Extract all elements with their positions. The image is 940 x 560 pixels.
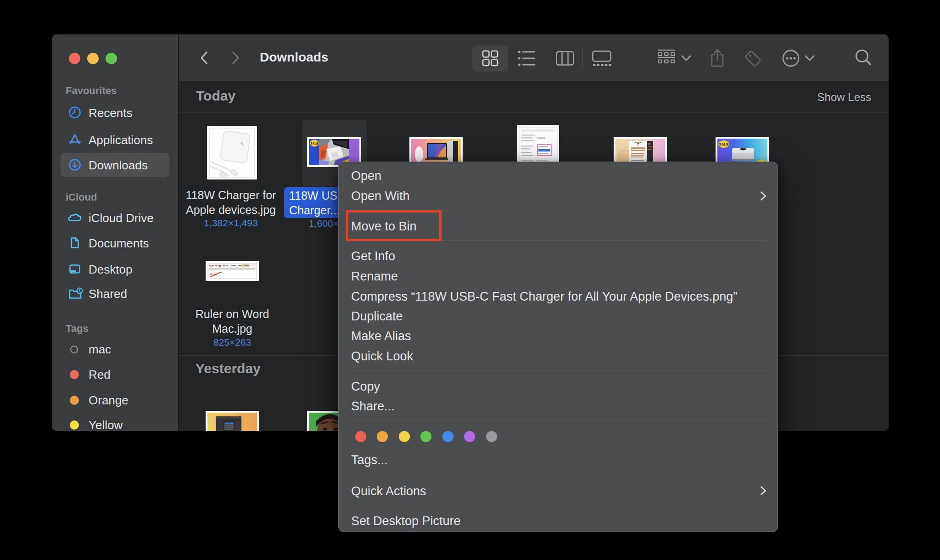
svg-text:Ruler: Ruler bbox=[210, 273, 217, 275]
svg-text:SALE: SALE bbox=[719, 142, 729, 146]
svg-text:SALE: SALE bbox=[310, 142, 319, 145]
